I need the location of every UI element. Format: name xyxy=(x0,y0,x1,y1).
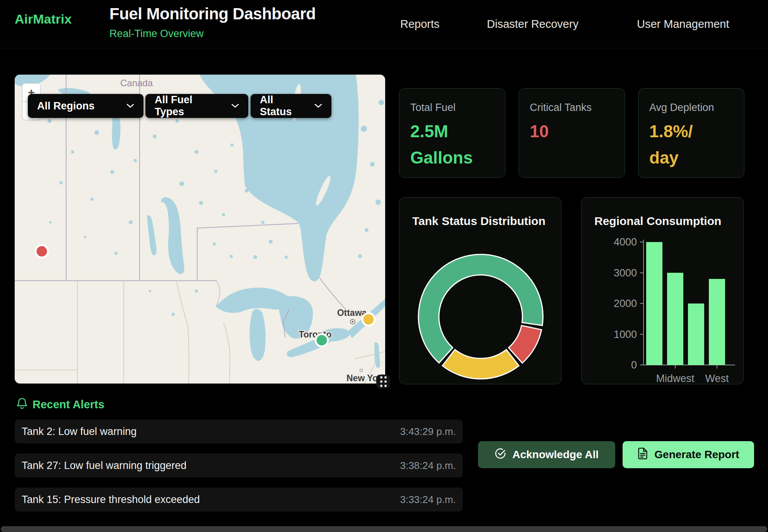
y-tick-label: 1000 xyxy=(614,329,637,340)
chevron-down-icon xyxy=(307,104,322,108)
avg-depletion-card: Avg Depletion 1.8%/ day xyxy=(638,88,744,178)
map-resize-handle[interactable] xyxy=(376,375,390,389)
alert-message: Tank 27: Low fuel warning triggered xyxy=(22,460,186,472)
region-filter-select[interactable]: All Regions xyxy=(28,94,143,118)
tank-status-distribution-card: Tank Status Distribution xyxy=(399,197,561,384)
alert-message: Tank 2: Low fuel warning xyxy=(22,426,137,438)
alert-timestamp: 3:38:24 p.m. xyxy=(400,460,456,472)
lake-michigan xyxy=(249,309,265,361)
total-fuel-card: Total Fuel 2.5M Gallons xyxy=(399,88,505,178)
nav-user-management[interactable]: User Management xyxy=(637,18,729,31)
check-circle-icon xyxy=(495,448,506,462)
stat-label: Total Fuel xyxy=(410,102,494,114)
bar-0 xyxy=(646,242,662,365)
y-tick-label: 3000 xyxy=(614,267,637,279)
fuel-type-filter-select[interactable]: All Fuel Types xyxy=(145,94,248,118)
alert-row[interactable]: Tank 2: Low fuel warning 3:43:29 p.m. xyxy=(15,419,463,443)
y-tick-label: 0 xyxy=(631,359,637,371)
stat-label: Critical Tanks xyxy=(530,102,614,114)
horizontal-scrollbar[interactable] xyxy=(1,526,767,532)
x-tick-label: Midwest xyxy=(656,373,695,384)
generate-report-button[interactable]: Generate Report xyxy=(623,441,754,468)
bar-3 xyxy=(709,279,725,365)
newyork-town-icon xyxy=(360,369,362,372)
bell-icon xyxy=(16,397,28,412)
acknowledge-all-label: Acknowledge All xyxy=(512,448,599,461)
nav-reports[interactable]: Reports xyxy=(400,18,440,31)
alert-message: Tank 15: Pressure threshold exceeded xyxy=(22,494,200,506)
map-label-canada: Canada xyxy=(120,78,153,88)
y-tick-label: 2000 xyxy=(614,298,637,309)
green-tank-marker[interactable] xyxy=(316,334,328,346)
bar-1 xyxy=(667,273,683,365)
alert-row[interactable]: Tank 15: Pressure threshold exceeded 3:3… xyxy=(15,488,463,512)
tank-map[interactable]: Canada Ottawa Toronto New York + − All R… xyxy=(15,75,385,384)
chevron-down-icon xyxy=(119,104,134,108)
chevron-down-icon xyxy=(224,104,239,108)
acknowledge-all-button[interactable]: Acknowledge All xyxy=(478,441,615,468)
stat-label: Avg Depletion xyxy=(649,102,733,114)
app-header: AirMatrix Fuel Monitoring Dashboard Real… xyxy=(0,0,768,48)
red-tank-marker[interactable] xyxy=(36,245,48,257)
generate-report-label: Generate Report xyxy=(654,448,739,461)
alert-timestamp: 3:43:29 p.m. xyxy=(400,426,456,438)
total-fuel-value: 2.5M Gallons xyxy=(410,118,494,171)
donut-segment-red xyxy=(509,326,541,363)
region-filter-value: All Regions xyxy=(37,100,95,112)
status-filter-value: All Status xyxy=(260,94,307,118)
status-filter-select[interactable]: All Status xyxy=(251,94,331,118)
document-icon xyxy=(637,448,648,462)
alert-row[interactable]: Tank 27: Low fuel warning triggered 3:38… xyxy=(15,454,463,477)
avg-depletion-value: 1.8%/ day xyxy=(649,118,733,171)
critical-tanks-value: 10 xyxy=(530,118,614,145)
regional-consumption-bar-chart: 01000200030004000MidwestWest xyxy=(582,198,744,384)
page-title: Fuel Monitoring Dashboard xyxy=(109,5,316,23)
nav-disaster-recovery[interactable]: Disaster Recovery xyxy=(487,18,579,31)
alert-timestamp: 3:33:24 p.m. xyxy=(400,494,456,506)
bar-2 xyxy=(688,304,704,365)
tank-status-doughnut-chart xyxy=(399,198,561,384)
x-tick-label: West xyxy=(705,373,729,384)
map-canvas: Canada Ottawa Toronto New York xyxy=(15,75,385,384)
donut-segment-amber xyxy=(442,350,519,379)
brand-logo: AirMatrix xyxy=(15,12,72,27)
regional-consumption-card: Regional Consumption 01000200030004000Mi… xyxy=(581,197,744,384)
amber-tank-marker[interactable] xyxy=(362,313,375,326)
page-subtitle: Real-Time Overview xyxy=(109,28,204,40)
recent-alerts-heading: Recent Alerts xyxy=(32,398,104,411)
critical-tanks-card: Critical Tanks 10 xyxy=(519,88,625,178)
fuel-filter-value: All Fuel Types xyxy=(155,94,224,118)
y-tick-label: 4000 xyxy=(614,236,637,248)
